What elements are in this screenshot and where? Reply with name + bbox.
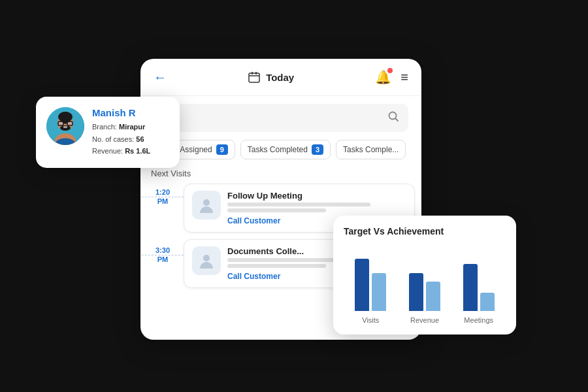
profile-revenue: Revenue: Rs 1.6L [92, 145, 169, 157]
today-label: Today [266, 72, 294, 83]
chart-group-revenue [404, 273, 446, 311]
visit-title-1: Follow Up Meeting [227, 191, 406, 201]
visit-avatar-2 [192, 246, 221, 275]
svg-rect-1 [252, 72, 253, 74]
avatar-image [46, 107, 84, 145]
chart-title: Target Vs Achievement [344, 226, 506, 237]
address-line-4 [227, 264, 326, 268]
profile-card: Manish R Branch: Mirapur No. of cases: 5… [36, 97, 180, 168]
bar-meetings-dark [463, 264, 478, 311]
tab-tasks-completed[interactable]: Tasks Completed 3 [240, 140, 331, 159]
hamburger-menu[interactable]: ≡ [400, 70, 408, 85]
tab-assigned-badge: 9 [216, 144, 228, 155]
chart-label-visits: Visits [350, 316, 391, 324]
header-center: Today [248, 71, 294, 84]
bar-revenue-dark [409, 273, 423, 311]
bar-meetings-light [480, 293, 495, 311]
profile-info: Manish R Branch: Mirapur No. of cases: 5… [92, 107, 169, 157]
notification-dot [387, 68, 393, 73]
app-header: ← Today 🔔 ≡ [140, 59, 421, 96]
svg-rect-12 [58, 122, 63, 125]
chart-card: Target Vs Achievement Visits Revenue Mee… [333, 216, 516, 335]
search-icon [387, 110, 399, 125]
calendar-icon [248, 71, 261, 84]
address-line-2 [227, 208, 326, 212]
visit-avatar-1 [192, 191, 221, 220]
bar-revenue-light [426, 282, 440, 311]
chart-group-visits [350, 259, 391, 311]
address-lines-1 [227, 203, 406, 212]
chart-area [344, 246, 506, 311]
chart-label-revenue: Revenue [404, 316, 446, 324]
tab-tasks-more[interactable]: Tasks Comple... [336, 140, 406, 159]
bar-visits-light [372, 273, 386, 311]
svg-rect-13 [67, 122, 73, 125]
header-right: 🔔 ≡ [375, 69, 408, 85]
notification-icon[interactable]: 🔔 [375, 69, 391, 85]
back-button[interactable]: ← [154, 70, 167, 85]
time-slot-1: 1:20 PM [147, 188, 178, 206]
tab-more-label: Tasks Comple... [343, 145, 399, 154]
svg-rect-14 [63, 126, 67, 128]
time-slot-2: 3:30 PM [147, 246, 178, 265]
task-tabs: Tasks Assigned 9 Tasks Completed 3 Tasks… [140, 140, 421, 159]
profile-branch: Branch: Mirapur [92, 121, 169, 133]
time-column: 1:20 PM 3:30 PM [147, 184, 178, 288]
svg-rect-2 [255, 72, 257, 74]
chart-labels: Visits Revenue Meetings [344, 316, 506, 324]
schedule-header: Next Visits [140, 169, 421, 184]
tab-completed-label: Tasks Completed [248, 145, 308, 154]
scene: ← Today 🔔 ≡ [0, 0, 588, 392]
profile-avatar [46, 107, 84, 145]
profile-name: Manish R [92, 107, 169, 118]
bar-visits-dark [355, 259, 369, 311]
svg-point-5 [203, 255, 210, 261]
profile-cases: No. of cases: 56 [92, 133, 169, 146]
svg-point-4 [203, 199, 210, 206]
svg-point-3 [389, 112, 397, 120]
tab-completed-badge: 3 [312, 144, 323, 155]
address-line-1 [227, 203, 370, 206]
chart-label-meetings: Meetings [458, 316, 499, 324]
chart-group-meetings [458, 264, 499, 311]
search-bar[interactable] [154, 104, 408, 132]
svg-rect-0 [249, 73, 259, 82]
